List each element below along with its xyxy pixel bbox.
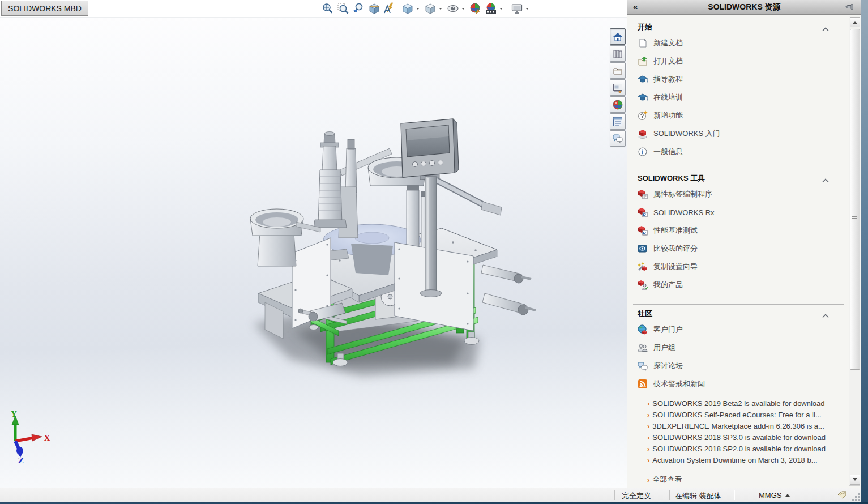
- news-arrow-icon: ›: [647, 422, 649, 430]
- news-link[interactable]: › SOLIDWORKS 2018 SP3.0 is available for…: [647, 432, 849, 443]
- file-explorer-icon: [612, 65, 623, 76]
- constraint-status: 完全定义: [622, 491, 651, 501]
- general-info-icon: [637, 147, 648, 157]
- panel-item-online-training[interactable]: 在线培训: [627, 88, 849, 106]
- zoom-to-fit-button[interactable]: [320, 2, 335, 15]
- section-tools-header: SOLIDWORKS 工具: [638, 173, 849, 185]
- panel-item-new-document[interactable]: 新建文档: [627, 34, 849, 52]
- zoom-to-area-button[interactable]: [336, 2, 350, 15]
- panel-item-my-products[interactable]: 我的产品: [627, 276, 849, 294]
- panel-item-compare-scores[interactable]: 比较我的评分: [627, 240, 849, 258]
- edit-mode-status: 在编辑 装配体: [675, 491, 721, 501]
- triad-x-label: X: [44, 434, 50, 442]
- tab-solidworks-forum[interactable]: [610, 130, 626, 147]
- status-bar: 完全定义 在编辑 装配体 MMGS: [0, 488, 861, 502]
- customer-portal-icon: [637, 324, 648, 335]
- getting-started-icon: [637, 129, 648, 139]
- open-document-icon: [637, 56, 648, 67]
- tab-design-library[interactable]: [610, 45, 626, 62]
- section-divider: [633, 304, 844, 305]
- display-style-button[interactable]: [423, 2, 437, 15]
- panel-item-tutorials[interactable]: 指导教程: [627, 70, 849, 88]
- panel-item-user-groups[interactable]: 用户组: [627, 339, 849, 357]
- news-link[interactable]: › 3DEXPERIENCE Marketplace add-in 6.26.3…: [647, 420, 849, 432]
- view-orientation-dropdown[interactable]: [415, 2, 420, 15]
- caret-up-icon: [785, 492, 790, 497]
- news-arrow-icon: ›: [647, 476, 649, 484]
- display-style-dropdown[interactable]: [438, 2, 443, 15]
- news-arrow-icon: ›: [647, 433, 649, 442]
- task-pane-tab-strip: [610, 28, 627, 147]
- news-arrow-icon: ›: [647, 411, 649, 419]
- hide-show-items-button[interactable]: [446, 2, 460, 15]
- section-start-header: 开始: [638, 22, 849, 34]
- my-products-icon: [637, 280, 648, 291]
- graphics-viewport[interactable]: Y X Z: [0, 17, 627, 488]
- news-link[interactable]: › SOLIDWORKS 2018 SP2.0 is available for…: [647, 443, 849, 454]
- app-window: Y X Z SOLIDWORKS MBD: [0, 0, 868, 504]
- news-arrow-icon: ›: [647, 399, 649, 408]
- view-settings-button[interactable]: [510, 2, 524, 15]
- tech-alerts-icon: [637, 379, 648, 390]
- panel-header: « SOLIDWORKS 资源: [627, 0, 861, 15]
- news-arrow-icon: ›: [647, 445, 649, 453]
- panel-item-discussion-forum[interactable]: 探讨论坛: [627, 357, 849, 375]
- document-tab-bar: SOLIDWORKS MBD: [0, 0, 627, 18]
- statusbar-separator: [669, 490, 670, 500]
- scrollbar-thumb[interactable]: [850, 29, 860, 370]
- tutorials-icon: [637, 74, 648, 85]
- document-tab[interactable]: SOLIDWORKS MBD: [1, 1, 88, 16]
- collapse-section-icon[interactable]: [822, 310, 829, 321]
- panel-item-solidworks-rx[interactable]: SOLIDWORKS Rx: [627, 203, 849, 221]
- panel-item-copy-settings-wizard[interactable]: 复制设置向导: [627, 258, 849, 276]
- heads-up-toolbar: [320, 2, 532, 15]
- tag-icon[interactable]: [837, 490, 847, 502]
- collapse-section-icon[interactable]: [822, 175, 829, 185]
- appearances-icon: [612, 99, 623, 110]
- units-selector[interactable]: MMGS: [759, 491, 790, 499]
- panel-item-open-document[interactable]: 打开文档: [627, 52, 849, 70]
- section-divider: [633, 169, 844, 169]
- panel-item-getting-started[interactable]: SOLIDWORKS 入门: [627, 125, 849, 143]
- news-link[interactable]: › Activation System Downtime on March 3,…: [647, 454, 849, 465]
- assembly-model: [0, 0, 627, 504]
- panel-scrollbar[interactable]: [849, 16, 860, 486]
- scroll-down-arrow[interactable]: [850, 475, 860, 485]
- apply-scene-button[interactable]: [484, 2, 498, 15]
- panel-item-customer-portal[interactable]: 客户门户: [627, 321, 849, 339]
- statusbar-separator: [734, 490, 735, 500]
- panel-item-property-tab-builder[interactable]: 属性标签编制程序: [627, 185, 849, 203]
- tab-solidworks-resources[interactable]: [610, 28, 626, 45]
- pin-icon[interactable]: [844, 2, 854, 14]
- dynamic-annotation-views-button[interactable]: [382, 2, 396, 15]
- copy-settings-wizard-icon: [637, 262, 648, 272]
- edit-appearance-button[interactable]: [468, 2, 482, 15]
- apply-scene-dropdown[interactable]: [498, 2, 503, 15]
- view-orientation-button[interactable]: [400, 2, 414, 15]
- panel-item-general-info[interactable]: 一般信息: [627, 143, 849, 161]
- section-view-button[interactable]: [366, 2, 380, 15]
- tab-file-explorer[interactable]: [610, 62, 626, 79]
- statusbar-separator: [614, 490, 615, 500]
- tab-appearances-scenes[interactable]: [610, 96, 626, 113]
- discussion-forum-icon: [637, 361, 648, 371]
- home-icon: [612, 31, 623, 42]
- panel-body: 开始 新建文档 打开文档 指导教程 在线培训: [627, 15, 849, 488]
- hide-show-items-dropdown[interactable]: [460, 2, 465, 15]
- view-settings-dropdown[interactable]: [524, 2, 529, 15]
- tab-custom-properties[interactable]: [610, 113, 626, 130]
- panel-item-whats-new[interactable]: 新增功能: [627, 106, 849, 125]
- units-label: MMGS: [759, 491, 781, 499]
- previous-view-button[interactable]: [351, 2, 365, 15]
- news-arrow-icon: ›: [647, 456, 649, 464]
- panel-item-tech-alerts[interactable]: 技术警戒和新闻: [627, 375, 849, 393]
- news-link[interactable]: › SOLIDWORKS Self-Paced eCourses: Free f…: [647, 409, 849, 420]
- news-link[interactable]: › SOLIDWORKS 2019 Beta2 is available for…: [647, 398, 849, 409]
- panel-item-performance-benchmark[interactable]: 性能基准测试: [627, 221, 849, 240]
- view-all-link[interactable]: › 全部查看: [647, 474, 849, 485]
- collapse-section-icon[interactable]: [822, 24, 829, 34]
- tab-view-palette[interactable]: [610, 79, 626, 96]
- new-document-icon: [637, 38, 648, 49]
- scroll-up-arrow[interactable]: [850, 17, 860, 27]
- compare-scores-icon: [637, 244, 648, 254]
